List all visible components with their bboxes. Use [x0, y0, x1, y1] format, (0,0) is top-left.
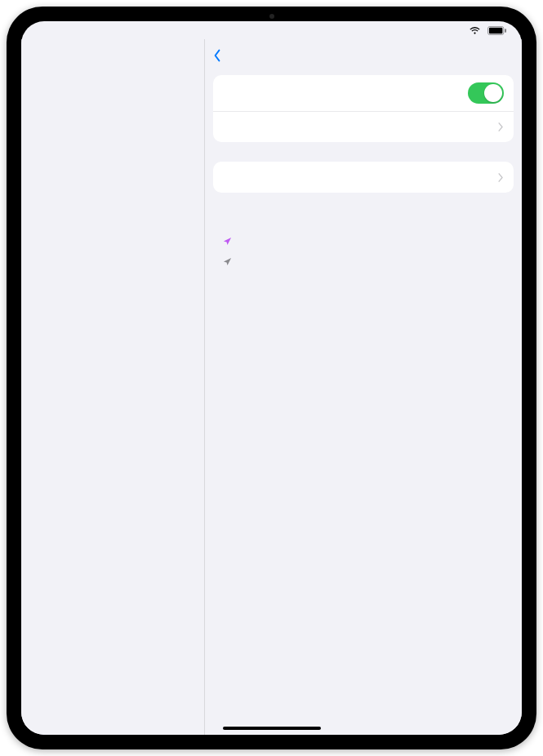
chevron-right-icon — [498, 173, 504, 182]
wifi-icon — [469, 26, 481, 35]
status-right — [469, 26, 507, 35]
home-indicator — [223, 727, 321, 730]
camera-dot — [269, 14, 274, 19]
detail-pane — [205, 39, 522, 735]
location-main-group — [213, 75, 514, 142]
apps-location-footer — [213, 217, 514, 232]
sidebar-scroll[interactable] — [21, 54, 204, 735]
location-toggle-row[interactable] — [213, 75, 514, 111]
settings-sidebar — [21, 39, 205, 735]
location-toggle-switch[interactable] — [468, 82, 504, 104]
back-button[interactable] — [211, 49, 225, 62]
share-location-footer — [213, 198, 514, 212]
svg-rect-1 — [489, 27, 503, 33]
location-main-footer — [213, 147, 514, 162]
svg-rect-2 — [505, 29, 506, 33]
screen — [21, 21, 522, 735]
legend-gray — [213, 252, 514, 273]
status-bar — [21, 21, 522, 39]
location-arrow-gray-icon — [223, 257, 232, 269]
sidebar-title — [21, 39, 204, 54]
share-location-group — [213, 162, 514, 193]
location-arrow-purple-icon — [223, 237, 232, 249]
ipad-frame — [7, 7, 536, 749]
location-hints-row[interactable] — [213, 111, 514, 142]
battery-icon — [487, 26, 507, 35]
split-view — [21, 39, 522, 735]
chevron-right-icon — [498, 122, 504, 131]
detail-header — [205, 39, 522, 72]
legend-purple — [213, 232, 514, 252]
share-location-row[interactable] — [213, 162, 514, 193]
detail-body — [205, 72, 522, 289]
